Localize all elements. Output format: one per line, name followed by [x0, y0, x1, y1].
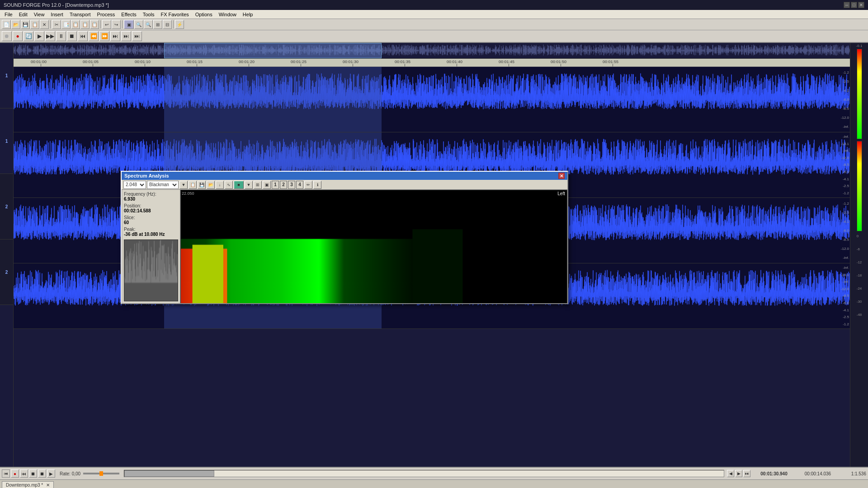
- mini-waveform: [124, 239, 178, 301]
- spec-color2-btn[interactable]: ▼: [245, 181, 253, 189]
- spec-copy-btn[interactable]: 📋: [189, 181, 197, 189]
- horizontal-scrollbar[interactable]: [124, 470, 724, 477]
- tb-rewind[interactable]: ⏮: [78, 31, 88, 41]
- tb-close[interactable]: ✕: [40, 20, 49, 29]
- tb-fast-forward[interactable]: ⏭: [121, 31, 131, 41]
- tb-undo[interactable]: ↩: [102, 20, 111, 29]
- spec-single-btn[interactable]: ▣: [263, 181, 271, 189]
- tb-save[interactable]: 💾: [21, 20, 30, 29]
- tab-close[interactable]: ✕: [46, 483, 50, 488]
- menu-transport[interactable]: Transport: [67, 11, 94, 18]
- bottom-next-btn[interactable]: ▶: [47, 469, 55, 478]
- spec-ch2-btn[interactable]: 2: [280, 181, 287, 189]
- spec-ch4-btn[interactable]: 4: [296, 181, 303, 189]
- spectrum-canvas-left[interactable]: [181, 190, 567, 303]
- tb-zoom-out[interactable]: 🔍: [144, 20, 153, 29]
- tb-loop[interactable]: 🔄: [24, 31, 33, 41]
- spectrum-title: Spectrum Analysis: [124, 173, 169, 178]
- menu-process[interactable]: Process: [94, 11, 118, 18]
- bottom-record[interactable]: ⏮: [2, 469, 10, 478]
- tab-downtempo[interactable]: Downtempo.mp3 * ✕: [2, 481, 54, 488]
- freq-value: 6.930: [124, 197, 178, 202]
- tb-zoom-all[interactable]: ⊟: [163, 20, 172, 29]
- spec-pen-btn[interactable]: ✏: [304, 181, 312, 189]
- tb-zoom-sel[interactable]: ⊞: [153, 20, 162, 29]
- scroll-right-btn[interactable]: ▶: [735, 470, 742, 477]
- scroll-left-btn[interactable]: ◀: [727, 470, 734, 477]
- maximize-button[interactable]: □: [851, 2, 857, 8]
- overview[interactable]: [14, 43, 850, 59]
- spectrum-info-panel: Frequency (Hz): 6.930 Position: 00:02:14…: [122, 190, 180, 303]
- tb-play-loop[interactable]: ▶▶: [45, 31, 55, 41]
- spec-ch1-btn[interactable]: 1: [272, 181, 279, 189]
- spectrum-close-button[interactable]: ✕: [558, 173, 565, 179]
- tb-play[interactable]: ▶: [34, 31, 44, 41]
- scroll-end-btn[interactable]: ⏭: [743, 470, 750, 477]
- tb-save-as[interactable]: 📋: [30, 20, 39, 29]
- tracks-container[interactable]: -1.2-2.5-4.1-6.0-8.5-12.0-Inf. -Inf.-18.…: [14, 67, 850, 467]
- spec-ch3-btn[interactable]: 3: [288, 181, 295, 189]
- spec-open-btn[interactable]: 📂: [207, 181, 215, 189]
- track-label-2: 1: [0, 108, 13, 174]
- spec-info-btn[interactable]: ℹ: [313, 181, 321, 189]
- tb-copy[interactable]: 📑: [61, 20, 71, 29]
- toolbar-area: 📄 📂 💾 📋 ✕ ✂ 📑 📋 📋 📋 ↩ ↪ ▣ 🔍 🔍 ⊞ ⊟ ⚡: [0, 19, 868, 30]
- overview-selection[interactable]: [164, 43, 382, 58]
- minimize-button[interactable]: ─: [844, 2, 850, 8]
- freq-label: Frequency (Hz):: [124, 192, 156, 197]
- tb-prev2[interactable]: ⏭: [110, 31, 120, 41]
- spec-arrow-btn[interactable]: ↓: [216, 181, 224, 189]
- window-func-select[interactable]: Blackman: [147, 181, 179, 189]
- track1-waveform[interactable]: -1.2-2.5-4.1-6.0-8.5-12.0-Inf.: [14, 67, 850, 132]
- menu-effects[interactable]: Effects: [118, 11, 139, 18]
- tb-paste3[interactable]: 📋: [90, 20, 99, 29]
- tb-record-arm[interactable]: ⏺: [2, 31, 12, 41]
- spec-save-btn[interactable]: 💾: [198, 181, 206, 189]
- spec-grid-btn[interactable]: ⊞: [254, 181, 262, 189]
- spec-color-btn[interactable]: ■: [234, 181, 244, 189]
- mini-waveform-canvas: [124, 240, 178, 301]
- tb-prev[interactable]: ⏪: [89, 31, 99, 41]
- bottom-prev-btn[interactable]: ⏮: [20, 469, 28, 478]
- menu-fx-favorites[interactable]: FX Favorites: [158, 11, 191, 18]
- menu-options[interactable]: Options: [193, 11, 215, 18]
- menu-view[interactable]: View: [31, 11, 47, 18]
- zoom-display: 1:1.536: [839, 471, 866, 476]
- track-labels: 1 1 2 2: [0, 43, 14, 467]
- tb-redo[interactable]: ↪: [112, 20, 121, 29]
- tb-cut[interactable]: ✂: [52, 20, 61, 29]
- waveform-area[interactable]: -1.2-2.5-4.1-6.0-8.5-12.0-Inf. -Inf.-18.…: [14, 43, 850, 467]
- spec-freq-btn[interactable]: ∿: [225, 181, 233, 189]
- fft-size-select[interactable]: 2.048: [123, 181, 146, 189]
- menu-file[interactable]: File: [2, 11, 15, 18]
- spectrum-charts: Left 22.050 Freq. 0 ◁: [180, 190, 567, 303]
- menu-insert[interactable]: Insert: [48, 11, 66, 18]
- tb-next[interactable]: ⏩: [99, 31, 109, 41]
- tb-paste[interactable]: 📋: [71, 20, 80, 29]
- bottom-rec-btn[interactable]: ●: [11, 469, 19, 478]
- tb-zoom-in[interactable]: 🔍: [134, 20, 143, 29]
- tb-script[interactable]: ⚡: [175, 20, 184, 29]
- tb-stop[interactable]: ⏹: [67, 31, 77, 41]
- menu-edit[interactable]: Edit: [16, 11, 30, 18]
- tb-new[interactable]: 📄: [2, 20, 11, 29]
- spec-settings-btn[interactable]: ▼: [179, 181, 188, 189]
- menu-window[interactable]: Window: [216, 11, 239, 18]
- menu-tools[interactable]: Tools: [140, 11, 157, 18]
- db-scale-left2: -Inf.-18.1-Inf.-12.0-8.5-6.0-4.1-2.5-1.2: [836, 132, 850, 197]
- tb-end[interactable]: ⏭: [132, 31, 142, 41]
- bottom-stop-btn[interactable]: ⏹: [38, 469, 46, 478]
- rate-slider[interactable]: [83, 473, 119, 474]
- tb-record[interactable]: ●: [13, 31, 23, 41]
- tb-select-all[interactable]: ▣: [124, 20, 134, 29]
- tb-paste2[interactable]: 📋: [80, 20, 90, 29]
- close-button[interactable]: ✕: [858, 2, 864, 8]
- bottom-play-btn[interactable]: ⏹: [29, 469, 37, 478]
- track-label-1: 1: [0, 43, 13, 108]
- position-display: 00:01:30.940: [751, 471, 797, 476]
- menu-help[interactable]: Help: [240, 11, 256, 18]
- selection-display: 00:00:14.036: [797, 471, 838, 476]
- tb-open[interactable]: 📂: [11, 20, 20, 29]
- tb-pause[interactable]: ⏸: [56, 31, 66, 41]
- app-title: SOUND FORGE Pro 12.0 - [Downtempo.mp3 *]: [4, 2, 109, 8]
